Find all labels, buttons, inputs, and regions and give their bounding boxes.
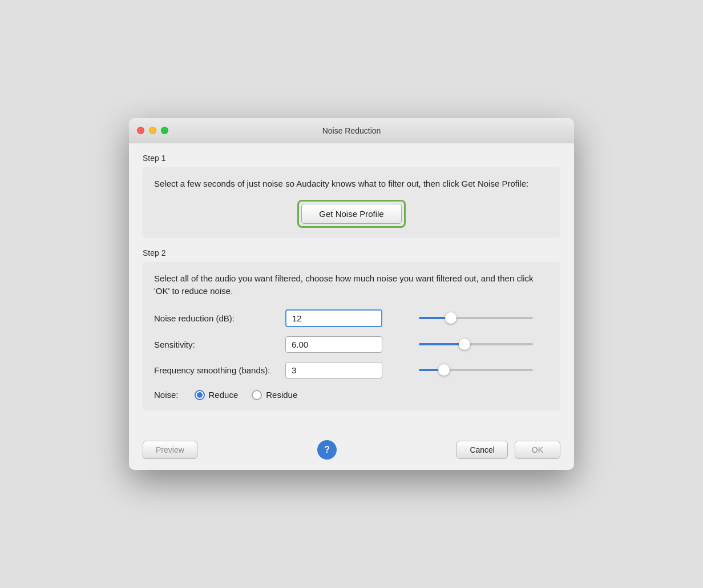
noise-label: Noise:: [154, 390, 179, 400]
reduce-option[interactable]: Reduce: [195, 390, 239, 400]
freq-smoothing-input[interactable]: [285, 362, 382, 378]
cancel-button[interactable]: Cancel: [456, 441, 508, 459]
noise-reduction-label: Noise reduction (dB):: [154, 313, 285, 323]
controls-grid: Noise reduction (dB): Sensitivity:: [154, 309, 549, 400]
ok-button[interactable]: OK: [515, 441, 560, 459]
sensitivity-label: Sensitivity:: [154, 340, 285, 349]
step2-label: Step 2: [143, 248, 560, 257]
sensitivity-slider-track[interactable]: [419, 343, 533, 345]
step2-description: Select all of the audio you want filtere…: [154, 272, 549, 298]
noise-reduction-window: Noise Reduction Step 1 Select a few seco…: [129, 118, 574, 470]
window-title: Noise Reduction: [322, 126, 381, 135]
traffic-lights: [137, 127, 168, 134]
noise-reduction-slider-thumb[interactable]: [445, 312, 456, 324]
freq-smoothing-slider-track[interactable]: [419, 369, 533, 371]
sensitivity-slider-thumb[interactable]: [459, 339, 470, 350]
maximize-button[interactable]: [161, 127, 168, 134]
reduce-radio-dot: [197, 392, 203, 398]
step2-box: Select all of the audio you want filtere…: [143, 262, 560, 410]
reduce-radio[interactable]: [195, 390, 205, 400]
minimize-button[interactable]: [149, 127, 156, 134]
noise-reduction-slider-container: [411, 317, 549, 319]
freq-smoothing-slider-thumb[interactable]: [438, 364, 450, 376]
sensitivity-input[interactable]: [285, 336, 382, 353]
get-noise-profile-button[interactable]: Get Noise Profile: [301, 204, 401, 224]
residue-radio[interactable]: [252, 390, 262, 400]
step1-label: Step 1: [143, 154, 560, 163]
reduce-label: Reduce: [209, 390, 239, 400]
noise-radio-group: Reduce Residue: [195, 390, 298, 400]
freq-smoothing-label: Frequency smoothing (bands):: [154, 365, 285, 375]
sensitivity-slider-fill: [419, 343, 464, 345]
residue-option[interactable]: Residue: [252, 390, 297, 400]
get-noise-profile-highlight: Get Noise Profile: [297, 200, 405, 228]
footer: Preview ? Cancel OK: [129, 432, 574, 470]
preview-button[interactable]: Preview: [143, 441, 197, 459]
sensitivity-slider-container: [411, 343, 549, 345]
step1-box: Select a few seconds of just noise so Au…: [143, 167, 560, 238]
main-content: Step 1 Select a few seconds of just nois…: [129, 143, 574, 432]
noise-reduction-input[interactable]: [285, 309, 382, 327]
freq-smoothing-slider-container: [411, 369, 549, 371]
residue-label: Residue: [266, 390, 297, 400]
help-button[interactable]: ?: [317, 440, 337, 460]
titlebar: Noise Reduction: [129, 118, 574, 143]
close-button[interactable]: [137, 127, 144, 134]
step1-description: Select a few seconds of just noise so Au…: [154, 178, 549, 191]
footer-right-buttons: Cancel OK: [456, 441, 560, 459]
noise-row: Noise: Reduce Residue: [154, 390, 549, 400]
noise-reduction-slider-track[interactable]: [419, 317, 533, 319]
get-noise-profile-wrapper: Get Noise Profile: [154, 200, 549, 228]
